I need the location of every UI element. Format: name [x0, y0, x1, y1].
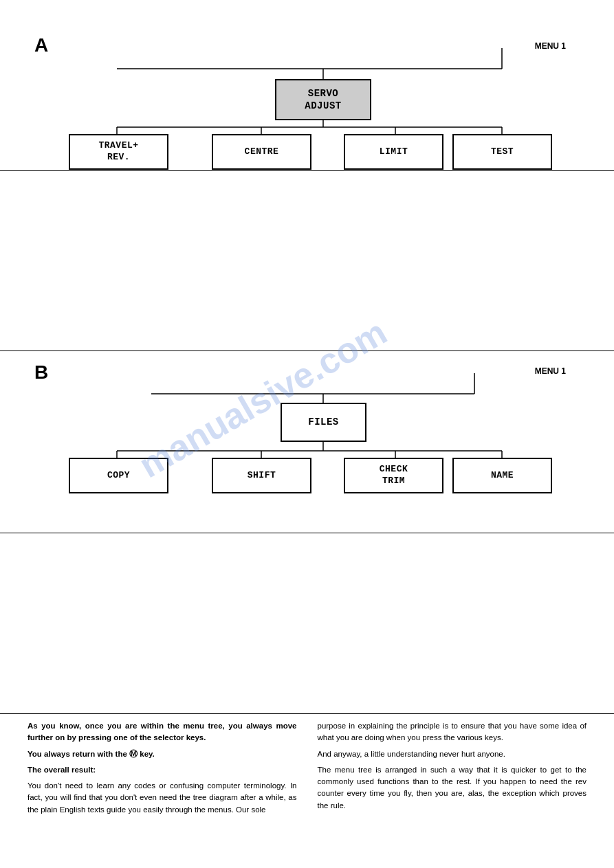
root-box-a: SERVOADJUST [275, 79, 371, 120]
section-letter-a: A [34, 34, 48, 56]
child-box-a-2: LIMIT [344, 134, 443, 170]
section-letter-b: B [34, 361, 48, 383]
left-para3: You don't need to learn any codes or con… [28, 780, 297, 816]
child-box-a-3: TEST [452, 134, 552, 170]
left-column: As you know, once you are within the men… [28, 720, 297, 820]
menu-label-b: MENU 1 [535, 366, 566, 376]
divider-d [0, 713, 614, 714]
text-columns: As you know, once you are within the men… [28, 720, 586, 820]
child-box-b-2: CHECKTRIM [344, 458, 443, 493]
right-para2: And anyway, a little understanding never… [318, 748, 587, 760]
right-para3: The menu tree is arranged in such a way … [318, 764, 587, 812]
bottom-text: As you know, once you are within the men… [28, 720, 586, 820]
child-box-a-1: CENTRE [212, 134, 311, 170]
left-para1: As you know, once you are within the men… [28, 720, 297, 744]
section-b: B MENU 1 FILES COPY SHIFT CHECKTRIM NAME [28, 349, 586, 500]
child-box-b-0: COPY [69, 458, 168, 493]
page: A MENU 1 SERVOADJUST TRAVEL+REV. CE [0, 0, 614, 868]
section-a: A MENU 1 SERVOADJUST TRAVEL+REV. CE [28, 14, 586, 165]
tree-svg-c [28, 865, 586, 868]
left-para3-label: The overall result: [28, 764, 297, 776]
child-box-a-0: TRAVEL+REV. [69, 134, 168, 170]
divider-a [0, 170, 614, 171]
divider-c [0, 533, 614, 533]
left-para2: You always return with the Ⓜ key. [28, 748, 297, 760]
menu-label-a: MENU 1 [535, 41, 566, 51]
child-box-b-3: NAME [452, 458, 552, 493]
right-column: purpose in explaining the principle is t… [318, 720, 587, 820]
right-para1: purpose in explaining the principle is t… [318, 720, 587, 744]
root-box-b: FILES [281, 403, 366, 442]
child-box-b-1: SHIFT [212, 458, 311, 493]
section-c: C MENU 1 CONTROLS COMBI-SWITCH SLOW TEST… [28, 865, 586, 868]
divider-b [0, 350, 614, 351]
